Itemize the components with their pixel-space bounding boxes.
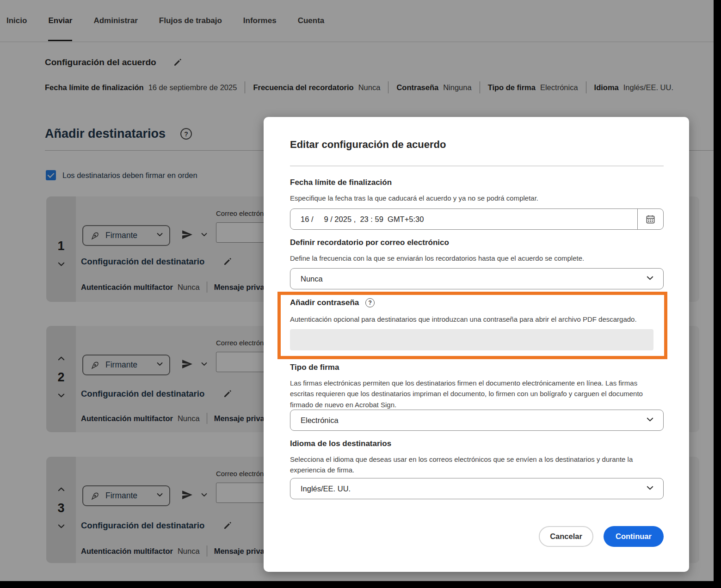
deadline-date-field: 16 / 9 / 2025 , 23 : 59 GMT+5:30 <box>290 208 664 230</box>
deadline-description: Especifique la fecha tras la que caducar… <box>290 193 658 203</box>
signature-type-select[interactable]: Electrónica <box>290 410 664 431</box>
dialog-divider <box>290 165 664 166</box>
help-icon[interactable]: ? <box>365 298 375 307</box>
reminder-frequency-select[interactable]: Nunca <box>290 268 664 289</box>
continue-button[interactable]: Continuar <box>604 526 664 547</box>
language-value: Inglés/EE. UU. <box>301 484 351 493</box>
deadline-date-input[interactable]: 16 / 9 / 2025 , 23 : 59 GMT+5:30 <box>290 209 637 229</box>
password-description: Autenticación opcional para destinatario… <box>290 314 658 325</box>
password-label-row: Añadir contraseña ? <box>290 298 375 307</box>
chevron-down-icon <box>646 416 654 425</box>
password-label: Añadir contraseña <box>290 298 359 307</box>
language-label: Idioma de los destinatarios <box>290 439 391 448</box>
language-select[interactable]: Inglés/EE. UU. <box>290 478 664 499</box>
chevron-down-icon <box>646 484 654 494</box>
signature-type-label: Tipo de firma <box>290 363 339 372</box>
reminder-frequency-value: Nunca <box>301 275 323 283</box>
chevron-down-icon <box>646 274 654 284</box>
screen: Inicio Enviar Administrar Flujos de trab… <box>0 0 721 588</box>
cancel-button[interactable]: Cancelar <box>539 526 593 547</box>
screen-edge-bar-bottom <box>0 581 721 588</box>
calendar-picker-button[interactable] <box>637 209 663 229</box>
edit-agreement-settings-dialog: Editar configuración de acuerdo Fecha lí… <box>264 117 689 572</box>
reminder-label: Definir recordatorio por correo electrón… <box>290 238 449 247</box>
signature-type-description: Las firmas electrónicas permiten que los… <box>290 378 658 410</box>
password-input[interactable] <box>290 329 653 350</box>
calendar-icon <box>645 214 656 225</box>
language-description: Selecciona el idioma que deseas usar en … <box>290 454 658 476</box>
deadline-label: Fecha límite de finalización <box>290 178 392 187</box>
dialog-title: Editar configuración de acuerdo <box>290 139 446 151</box>
signature-type-value: Electrónica <box>301 416 339 425</box>
reminder-description: Define la frecuencia con la que se envia… <box>290 253 658 263</box>
screen-edge-bar-right <box>714 0 721 588</box>
